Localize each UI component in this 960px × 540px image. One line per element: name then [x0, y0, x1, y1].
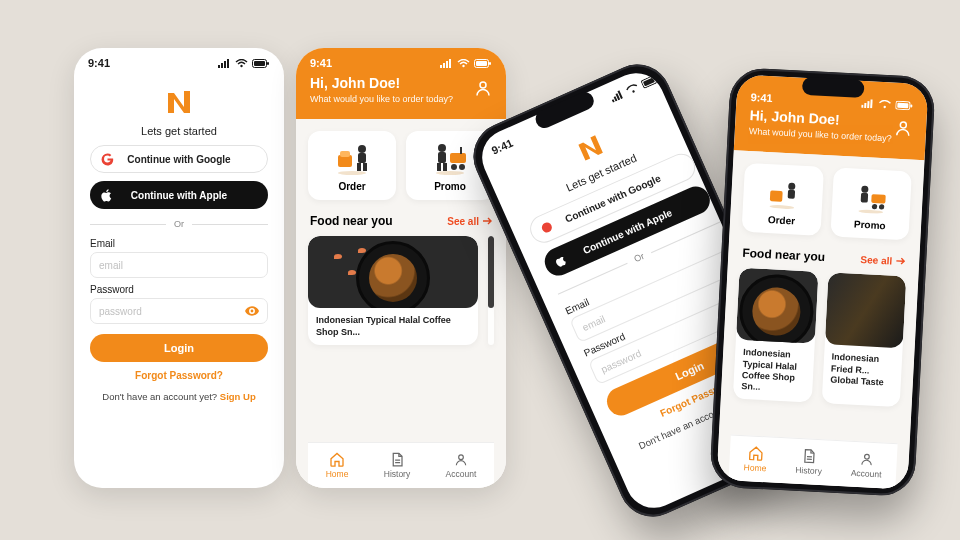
tab-label: History	[795, 465, 822, 476]
status-time: 9:41	[88, 57, 110, 69]
password-input[interactable]	[99, 306, 245, 317]
tab-label: History	[384, 469, 410, 479]
login-button-label: Login	[673, 359, 705, 382]
svg-rect-6	[254, 61, 265, 66]
arrow-right-icon	[896, 257, 905, 265]
food-card-title: Indonesian Typical Halal Coffee Shop Sn.…	[308, 308, 478, 345]
food-image	[308, 236, 478, 308]
svg-rect-60	[871, 194, 886, 204]
svg-rect-11	[446, 61, 448, 68]
email-input[interactable]	[99, 260, 259, 271]
svg-rect-1	[221, 63, 223, 68]
greeting-subtitle: What would you like to order today?	[310, 94, 453, 105]
battery-icon	[895, 100, 913, 110]
battery-icon	[640, 73, 660, 89]
svg-rect-45	[864, 102, 866, 107]
dynamic-island	[801, 77, 864, 98]
signup-row: Don't have an account yet? Sign Up	[90, 391, 268, 402]
tab-history[interactable]: History	[384, 452, 410, 479]
email-field[interactable]	[90, 252, 268, 278]
food-cards: Indonesian Typical Halal Coffee Shop Sn.…	[308, 236, 494, 345]
svg-rect-35	[611, 99, 614, 103]
action-card-order[interactable]: Order	[742, 163, 824, 236]
signal-icon	[609, 89, 625, 103]
or-label: Or	[174, 219, 184, 229]
see-all-link[interactable]: See all	[860, 254, 905, 267]
tab-history[interactable]: History	[795, 448, 823, 476]
svg-rect-59	[860, 193, 868, 203]
svg-point-61	[872, 204, 878, 210]
food-card[interactable]: Indonesian Typical Halal Coffee Shop Sn.…	[733, 268, 818, 403]
svg-rect-51	[910, 104, 912, 107]
svg-rect-10	[443, 63, 445, 68]
svg-point-53	[770, 205, 795, 210]
login-button[interactable]: Login	[90, 334, 268, 362]
tab-label: Home	[743, 462, 766, 473]
account-icon	[454, 452, 468, 467]
tab-account[interactable]: Account	[446, 452, 477, 479]
food-near-you-title: Food near you	[310, 214, 393, 228]
svg-point-57	[858, 209, 883, 214]
tab-label: Account	[446, 469, 477, 479]
svg-point-25	[436, 171, 464, 175]
order-illustration	[760, 174, 806, 210]
svg-rect-29	[443, 163, 447, 171]
food-near-you-row: Food near you See all	[310, 214, 492, 228]
tab-home[interactable]: Home	[743, 445, 767, 473]
action-card-promo[interactable]: Promo	[830, 168, 912, 241]
svg-point-34	[459, 455, 464, 460]
brand-logo	[164, 87, 194, 117]
continue-google-button[interactable]: Continue with Google	[90, 145, 268, 173]
svg-point-48	[884, 105, 887, 108]
status-icons	[218, 59, 270, 68]
tab-account[interactable]: Account	[851, 451, 883, 480]
svg-point-8	[251, 310, 254, 313]
signup-link[interactable]: Sign Up	[220, 391, 256, 402]
food-image	[824, 273, 906, 349]
brand-logo	[573, 131, 607, 165]
food-card[interactable]	[488, 236, 494, 345]
email-label: Email	[90, 238, 268, 249]
home-body: Order Promo Food near you See all Indone…	[717, 150, 925, 489]
google-icon	[539, 220, 555, 236]
tab-home[interactable]: Home	[326, 452, 349, 479]
food-card-title: Indonesian Typical Halal Coffee Shop Sn.…	[733, 340, 814, 403]
svg-rect-22	[358, 153, 366, 163]
action-card-label: Promo	[434, 181, 466, 192]
screen-login: 9:41 Lets get started Continue with Goog…	[74, 48, 284, 488]
food-image	[736, 268, 818, 344]
continue-apple-button[interactable]: Continue with Apple	[90, 181, 268, 209]
svg-point-4	[240, 64, 242, 66]
food-card-title: Indonesian Fried R... Global Taste	[822, 344, 903, 396]
svg-point-26	[438, 144, 446, 152]
svg-rect-41	[643, 77, 655, 86]
bottom-nav: Home History Account	[728, 434, 897, 489]
svg-rect-42	[655, 76, 658, 80]
profile-icon[interactable]	[894, 119, 913, 138]
svg-rect-12	[449, 59, 451, 68]
svg-point-39	[632, 89, 635, 92]
action-card-label: Order	[768, 214, 796, 226]
lets-get-started: Lets get started	[90, 125, 268, 137]
svg-point-13	[462, 64, 464, 66]
status-bar: 9:41	[74, 48, 284, 73]
forgot-password-link[interactable]: Forgot Password?	[90, 370, 268, 381]
food-card[interactable]: Indonesian Typical Halal Coffee Shop Sn.…	[308, 236, 478, 345]
password-field[interactable]	[90, 298, 268, 324]
svg-rect-30	[450, 153, 466, 163]
order-illustration	[330, 141, 374, 175]
action-card-order[interactable]: Order	[308, 131, 396, 200]
food-card[interactable]: Indonesian Fried R... Global Taste	[821, 273, 906, 408]
eye-icon[interactable]	[245, 306, 259, 316]
food-near-you-title: Food near you	[742, 246, 825, 264]
or-divider: Or	[90, 219, 268, 229]
or-label: Or	[632, 251, 645, 264]
svg-rect-9	[440, 65, 442, 68]
profile-icon[interactable]	[474, 79, 492, 97]
svg-point-18	[338, 171, 366, 175]
status-bar: 9:41	[310, 48, 492, 73]
see-all-link[interactable]: See all	[447, 216, 492, 227]
svg-rect-28	[437, 163, 441, 171]
home-icon	[747, 445, 764, 461]
svg-point-62	[879, 204, 885, 210]
